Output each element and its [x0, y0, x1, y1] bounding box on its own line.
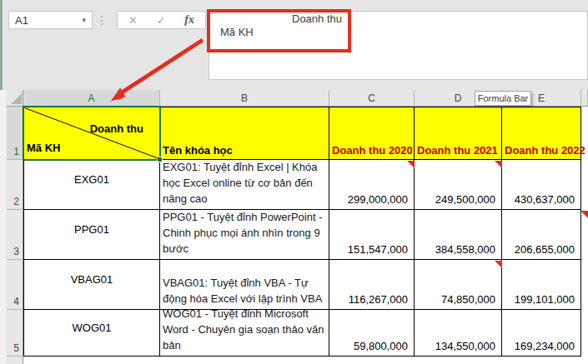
cell-b4[interactable]: VBAG01: Tuyệt đỉnh VBA - Tự động hóa Exc… — [160, 260, 329, 310]
cell-d2[interactable]: 249,500,000 — [415, 160, 502, 210]
formula-bar-tooltip: Formula Bar — [475, 91, 531, 106]
column-header-b[interactable]: B — [160, 90, 329, 107]
cell-e3[interactable]: 206,655,000 — [502, 210, 581, 260]
cell-d4[interactable]: 74,850,000 — [415, 260, 502, 310]
cancel-icon[interactable]: ✕ — [128, 14, 138, 27]
row-header-2[interactable]: 2 — [7, 160, 23, 210]
grid-left-margin — [0, 90, 7, 364]
name-box-value: A1 — [15, 14, 28, 27]
enter-icon[interactable]: ✓ — [157, 14, 166, 27]
cell-a2[interactable]: EXG01 — [23, 160, 160, 210]
cell-b3[interactable]: PPG01 - Tuyệt đỉnh PowerPoint - Chinh ph… — [160, 210, 329, 260]
row-header-6-partial[interactable] — [7, 357, 23, 364]
formula-bar-divider-icon: ⋮ — [96, 11, 108, 29]
column-header-f-partial[interactable] — [581, 90, 588, 107]
cell-e4[interactable]: 199,101,000 — [502, 260, 581, 310]
cell-a4[interactable]: VBAG01 — [23, 260, 160, 310]
cell-e5[interactable]: 169,234,000 — [502, 310, 581, 357]
cell-c5[interactable]: 59,800,000 — [329, 310, 415, 357]
annotation-box — [207, 9, 351, 52]
cell-c3[interactable]: 151,547,000 — [329, 210, 415, 260]
cell-a3[interactable]: PPG01 — [23, 210, 160, 260]
name-box-dropdown-icon[interactable]: ▾ — [82, 16, 86, 24]
cell-d3[interactable]: 384,558,000 — [415, 210, 502, 260]
column-header-a[interactable]: A — [23, 90, 160, 107]
cell-b1[interactable]: Tên khóa học — [160, 107, 329, 160]
comment-indicator-d2 — [495, 161, 502, 168]
formula-buttons: ✕ ✓ fx — [117, 11, 206, 29]
row-header-5[interactable]: 5 — [7, 310, 23, 357]
cell-c2[interactable]: 299,000,000 — [329, 160, 415, 210]
row-header-1[interactable]: 1 — [7, 107, 23, 160]
comment-indicator-d4 — [495, 261, 502, 268]
fill-handle[interactable] — [157, 157, 163, 162]
row-header-3[interactable]: 3 — [7, 210, 23, 260]
cell-b5[interactable]: WOG01 - Tuyệt đỉnh Microsoft Word - Chuy… — [160, 310, 329, 357]
cell-c4[interactable]: 116,267,000 — [329, 260, 415, 310]
cell-d1[interactable]: Doanh thu 2021 — [415, 107, 502, 160]
selection-border — [23, 106, 161, 161]
window-left-edge — [0, 0, 3, 90]
cell-a5[interactable]: WOG01 — [23, 310, 160, 357]
column-header-c[interactable]: C — [329, 90, 415, 107]
cell-e1[interactable]: Doanh thu 2022 — [502, 107, 581, 160]
insert-function-icon[interactable]: fx — [184, 13, 194, 27]
name-box[interactable]: A1 ▾ — [8, 11, 93, 29]
cell-b2[interactable]: EXG01: Tuyệt đỉnh Excel | Khóa học Excel… — [160, 160, 329, 210]
cell-d5[interactable]: 134,550,000 — [415, 310, 502, 357]
comment-indicator-e3 — [580, 211, 588, 218]
cell-c1[interactable]: Doanh thu 2020 — [329, 107, 415, 160]
comment-indicator-c2 — [407, 161, 415, 168]
cell-e2[interactable]: 430,637,000 — [502, 160, 581, 210]
row-header-4[interactable]: 4 — [7, 260, 23, 310]
select-all-icon — [11, 93, 22, 104]
